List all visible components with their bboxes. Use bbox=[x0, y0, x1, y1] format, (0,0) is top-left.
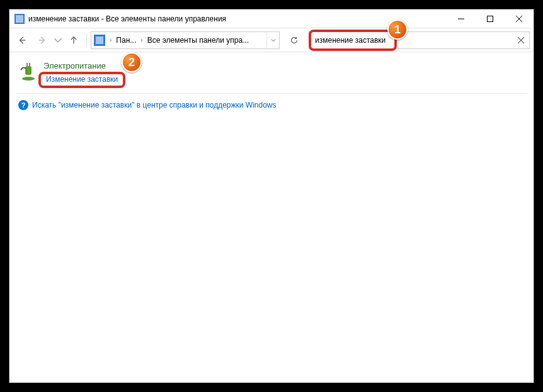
up-button[interactable] bbox=[65, 31, 83, 49]
recent-dropdown[interactable] bbox=[54, 31, 62, 49]
refresh-button[interactable] bbox=[285, 31, 304, 49]
chevron-right-icon[interactable]: › bbox=[139, 36, 144, 43]
svg-rect-11 bbox=[26, 63, 28, 67]
breadcrumb-item[interactable]: Пан... bbox=[113, 32, 139, 48]
help-row: ? Искать "изменение заставки" в центре с… bbox=[9, 94, 534, 116]
result-section: Электропитание Изменение заставки 2 bbox=[9, 52, 534, 93]
minimize-button[interactable] bbox=[447, 9, 476, 28]
window-title: изменение заставки - Все элементы панели… bbox=[28, 14, 447, 23]
address-dropdown[interactable] bbox=[266, 32, 279, 48]
close-button[interactable] bbox=[505, 9, 534, 28]
content-area: Электропитание Изменение заставки 2 ? Ис… bbox=[9, 52, 534, 383]
result-text: Электропитание Изменение заставки bbox=[43, 61, 125, 88]
result-category[interactable]: Электропитание bbox=[43, 61, 125, 70]
app-icon bbox=[14, 14, 25, 24]
power-icon bbox=[18, 61, 38, 81]
window: изменение заставки - Все элементы панели… bbox=[9, 9, 534, 383]
maximize-button[interactable] bbox=[476, 9, 505, 28]
annotation-badge-2: 2 bbox=[122, 52, 142, 72]
svg-rect-10 bbox=[25, 66, 31, 75]
breadcrumb-item[interactable]: Все элементы панели упра... bbox=[145, 32, 252, 48]
help-icon: ? bbox=[18, 100, 28, 110]
svg-rect-12 bbox=[29, 63, 30, 67]
control-panel-icon bbox=[94, 35, 105, 46]
titlebar: изменение заставки - Все элементы панели… bbox=[9, 9, 534, 28]
svg-rect-1 bbox=[488, 16, 493, 21]
annotation-highlight-2: Изменение заставки bbox=[38, 72, 125, 88]
search-input[interactable] bbox=[309, 31, 530, 49]
search-wrap: изменение заставки bbox=[309, 31, 530, 49]
result-link[interactable]: Изменение заставки bbox=[46, 75, 118, 84]
svg-point-9 bbox=[22, 77, 35, 81]
clear-search-button[interactable] bbox=[516, 35, 526, 45]
navbar: › Пан... › Все элементы панели упра... и… bbox=[9, 28, 534, 52]
help-link[interactable]: Искать "изменение заставки" в центре спр… bbox=[32, 101, 277, 109]
forward-button[interactable] bbox=[33, 31, 51, 49]
back-button[interactable] bbox=[13, 31, 31, 49]
annotation-badge-1: 1 bbox=[387, 20, 408, 40]
chevron-right-icon[interactable]: › bbox=[108, 36, 113, 43]
separator bbox=[86, 34, 87, 47]
address-bar[interactable]: › Пан... › Все элементы панели упра... bbox=[91, 31, 280, 49]
